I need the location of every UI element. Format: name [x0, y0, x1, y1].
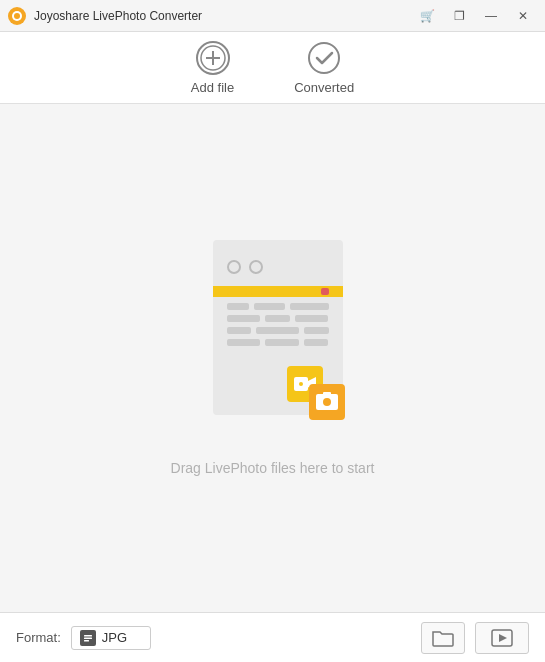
close-button[interactable]: ✕: [509, 6, 537, 26]
restore-button[interactable]: ❐: [445, 6, 473, 26]
doc-line: [282, 288, 317, 295]
format-value: JPG: [102, 630, 127, 645]
doc-line-row: [227, 327, 329, 334]
svg-point-7: [309, 43, 339, 73]
doc-line-row: [227, 303, 329, 310]
doc-line-row: [227, 339, 329, 346]
toolbar: Add file Converted: [0, 32, 545, 104]
svg-point-10: [299, 382, 303, 386]
doc-line: [304, 339, 329, 346]
minimize-button[interactable]: —: [477, 6, 505, 26]
svg-rect-15: [84, 635, 92, 637]
window-controls: 🛒 ❐ — ✕: [413, 6, 537, 26]
format-label: Format:: [16, 630, 61, 645]
add-file-label: Add file: [191, 80, 234, 95]
folder-button[interactable]: [421, 622, 465, 654]
cart-button[interactable]: 🛒: [413, 6, 441, 26]
svg-marker-19: [499, 634, 507, 642]
svg-rect-17: [84, 640, 89, 642]
doc-line: [256, 327, 298, 334]
svg-rect-13: [323, 392, 331, 396]
drag-drop-text: Drag LivePhoto files here to start: [171, 460, 375, 476]
doc-circles: [227, 260, 329, 274]
doc-line: [295, 315, 329, 322]
app-title: Joyoshare LivePhoto Converter: [34, 9, 413, 23]
doc-circle-2: [249, 260, 263, 274]
drop-illustration: [193, 240, 353, 440]
doc-line: [227, 339, 261, 346]
doc-line: [254, 303, 285, 310]
svg-rect-16: [84, 637, 92, 639]
converted-label: Converted: [294, 80, 354, 95]
doc-line: [304, 327, 329, 334]
doc-line: [227, 288, 247, 295]
add-file-icon: [195, 40, 231, 76]
add-file-button[interactable]: Add file: [191, 40, 234, 95]
app-logo: [8, 7, 26, 25]
photo-badge: [309, 384, 345, 420]
svg-point-2: [14, 13, 20, 19]
doc-line-row: [227, 315, 329, 322]
doc-line: [227, 315, 261, 322]
doc-line: [290, 303, 329, 310]
bottom-bar: Format: JPG: [0, 612, 545, 662]
doc-line: [265, 339, 299, 346]
format-select[interactable]: JPG: [71, 626, 151, 650]
doc-line-red: [321, 288, 328, 295]
format-icon: [80, 630, 96, 646]
doc-line: [227, 327, 252, 334]
convert-button[interactable]: [475, 622, 529, 654]
doc-line: [265, 315, 290, 322]
doc-line: [251, 288, 279, 295]
title-bar: Joyoshare LivePhoto Converter 🛒 ❐ — ✕: [0, 0, 545, 32]
converted-icon: [306, 40, 342, 76]
svg-point-12: [323, 398, 331, 406]
converted-button[interactable]: Converted: [294, 40, 354, 95]
doc-circle-1: [227, 260, 241, 274]
doc-lines-group: [227, 303, 329, 346]
doc-line: [227, 303, 250, 310]
main-content: Drag LivePhoto files here to start: [0, 104, 545, 612]
